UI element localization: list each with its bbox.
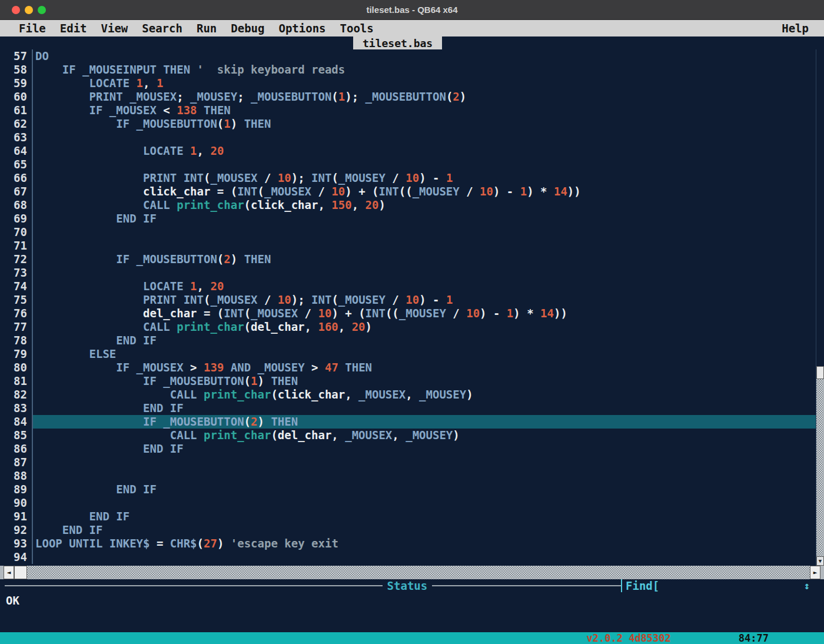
code-text: END IF (33, 334, 816, 347)
code-line[interactable]: 83 END IF (0, 401, 816, 415)
code-text: END IF (33, 442, 816, 456)
code-line[interactable]: 73 (0, 266, 816, 280)
code-line[interactable]: 82 CALL print_char(click_char, _MOUSEX, … (0, 388, 816, 401)
code-line[interactable]: 85 CALL print_char(del_char, _MOUSEX, _M… (0, 429, 816, 442)
code-line[interactable]: 64 LOCATE 1, 20 (0, 144, 816, 158)
status-panel-title: Status (383, 579, 433, 592)
code-text: IF _MOUSEBUTTON(1) THEN (33, 117, 816, 131)
zoom-button[interactable] (38, 6, 46, 14)
code-text: del_char = (INT(_MOUSEX / 10) + (INT((_M… (33, 307, 816, 320)
line-number: 89 (0, 483, 33, 496)
code-line[interactable]: 62 IF _MOUSEBUTTON(1) THEN (0, 117, 816, 131)
code-line[interactable]: 57DO (0, 49, 816, 63)
find-box[interactable]: Find[ (622, 579, 659, 592)
vscroll-thumb[interactable] (816, 366, 824, 379)
code-text: PRINT INT(_MOUSEX / 10); INT(_MOUSEY / 1… (33, 171, 816, 185)
horizontal-scrollbar[interactable]: ◄ ► (0, 566, 824, 579)
line-number: 92 (0, 523, 33, 537)
menu-item-search[interactable]: Search (135, 22, 190, 35)
line-number: 62 (0, 117, 33, 131)
code-text (33, 239, 816, 253)
code-line-current[interactable]: 84 IF _MOUSEBUTTON(2) THEN (0, 415, 816, 429)
editor-area: 57DO58 IF _MOUSEINPUT THEN ' skip keyboa… (0, 49, 824, 566)
code-line[interactable]: 71 (0, 239, 816, 253)
titlebar[interactable]: tileset.bas - QB64 x64 (0, 0, 824, 20)
code-text: LOCATE 1, 20 (33, 144, 816, 158)
code-text: DO (33, 49, 816, 63)
code-line[interactable]: 77 CALL print_char(del_char, 160, 20) (0, 320, 816, 334)
code-line[interactable]: 81 IF _MOUSEBUTTON(1) THEN (0, 374, 816, 388)
code-line[interactable]: 89 END IF (0, 483, 816, 496)
code-line[interactable]: 80 IF _MOUSEX > 139 AND _MOUSEY > 47 THE… (0, 361, 816, 374)
code-editor[interactable]: 57DO58 IF _MOUSEINPUT THEN ' skip keyboa… (0, 49, 816, 566)
find-area: Find[ ↕ (621, 579, 824, 592)
line-number: 86 (0, 442, 33, 456)
window-title: tileset.bas - QB64 x64 (0, 5, 824, 15)
menu-item-file[interactable]: File (12, 22, 53, 35)
code-line[interactable]: 66 PRINT INT(_MOUSEX / 10); INT(_MOUSEY … (0, 171, 816, 185)
code-line[interactable]: 68 CALL print_char(click_char, 150, 20) (0, 198, 816, 212)
status-divider: Status Find[ ↕ (0, 579, 824, 592)
code-line[interactable]: 63 (0, 131, 816, 144)
code-line[interactable]: 65 (0, 158, 816, 171)
code-line[interactable]: 61 IF _MOUSEX < 138 THEN (0, 104, 816, 117)
line-number: 85 (0, 429, 33, 442)
menu-item-view[interactable]: View (94, 22, 135, 35)
code-line[interactable]: 75 PRINT INT(_MOUSEX / 10); INT(_MOUSEY … (0, 293, 816, 307)
code-line[interactable]: 88 (0, 469, 816, 483)
line-number: 74 (0, 280, 33, 293)
menu-item-tools[interactable]: Tools (333, 22, 381, 35)
line-number: 69 (0, 212, 33, 225)
code-line[interactable]: 78 END IF (0, 334, 816, 347)
code-line[interactable]: 69 END IF (0, 212, 816, 225)
code-text: ELSE (33, 347, 816, 361)
close-button[interactable] (12, 6, 20, 14)
vertical-scrollbar[interactable]: ▼ (816, 49, 824, 566)
vscroll-track[interactable] (816, 379, 824, 556)
hscroll-thumb[interactable] (14, 566, 27, 579)
code-line[interactable]: 87 (0, 456, 816, 469)
code-text: IF _MOUSEBUTTON(2) THEN (33, 253, 816, 266)
line-number: 59 (0, 77, 33, 90)
code-line[interactable]: 76 del_char = (INT(_MOUSEX / 10) + (INT(… (0, 307, 816, 320)
code-line[interactable]: 79 ELSE (0, 347, 816, 361)
code-line[interactable]: 72 IF _MOUSEBUTTON(2) THEN (0, 253, 816, 266)
code-line[interactable]: 94 (0, 550, 816, 564)
code-line[interactable]: 58 IF _MOUSEINPUT THEN ' skip keyboard r… (0, 63, 816, 77)
hscroll-track[interactable] (27, 566, 810, 579)
resize-vertical-icon[interactable]: ↕ (804, 580, 810, 592)
line-number: 84 (0, 415, 33, 429)
vscroll-down-arrow-icon[interactable]: ▼ (816, 556, 824, 566)
line-number: 94 (0, 550, 33, 564)
code-text: LOCATE 1, 20 (33, 280, 816, 293)
code-line[interactable]: 92 END IF (0, 523, 816, 537)
code-line[interactable]: 60 PRINT _MOUSEX; _MOUSEY; _MOUSEBUTTON(… (0, 90, 816, 104)
hscroll-left-arrow-icon[interactable]: ◄ (4, 566, 14, 579)
menu-item-edit[interactable]: Edit (53, 22, 94, 35)
menu-item-help[interactable]: Help (775, 22, 816, 35)
code-line[interactable]: 59 LOCATE 1, 1 (0, 77, 816, 90)
code-line[interactable]: 91 END IF (0, 510, 816, 523)
line-number: 71 (0, 239, 33, 253)
tab-tileset-bas[interactable]: tileset.bas (353, 36, 442, 49)
code-text: IF _MOUSEINPUT THEN ' skip keyboard read… (33, 63, 816, 77)
line-number: 90 (0, 496, 33, 510)
menu-item-options[interactable]: Options (271, 22, 333, 35)
code-line[interactable]: 74 LOCATE 1, 20 (0, 280, 816, 293)
code-text: CALL print_char(del_char, _MOUSEX, _MOUS… (33, 429, 816, 442)
line-number: 75 (0, 293, 33, 307)
code-line[interactable]: 90 (0, 496, 816, 510)
traffic-lights (12, 0, 46, 19)
line-number: 67 (0, 185, 33, 198)
code-line[interactable]: 86 END IF (0, 442, 816, 456)
hscroll-right-arrow-icon[interactable]: ► (810, 566, 820, 579)
menu-item-debug[interactable]: Debug (224, 22, 271, 35)
code-line[interactable]: 67 click_char = (INT(_MOUSEX / 10) + (IN… (0, 185, 816, 198)
line-number: 64 (0, 144, 33, 158)
code-line[interactable]: 70 (0, 225, 816, 239)
line-number: 93 (0, 537, 33, 550)
menu-item-run[interactable]: Run (190, 22, 224, 35)
code-line[interactable]: 93LOOP UNTIL INKEY$ = CHR$(27) 'escape k… (0, 537, 816, 550)
code-text (33, 456, 816, 469)
minimize-button[interactable] (25, 6, 33, 14)
